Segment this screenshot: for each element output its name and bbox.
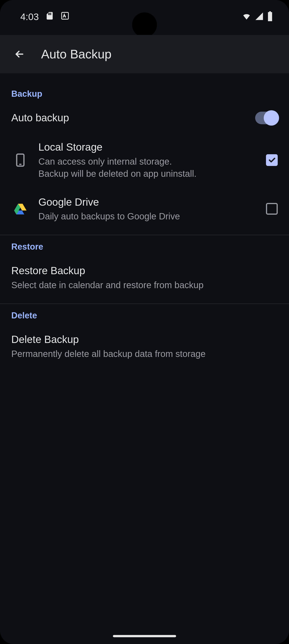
arrow-left-icon (14, 48, 25, 60)
section-header-backup: Backup (0, 82, 289, 103)
local-storage-sub: Can access only internal storage. Backup… (38, 155, 257, 180)
auto-backup-row[interactable]: Auto backup (0, 103, 289, 132)
sd-card-icon (45, 11, 54, 22)
status-right (242, 11, 273, 24)
local-storage-checkbox[interactable] (266, 154, 278, 166)
restore-backup-title: Restore Backup (11, 264, 278, 278)
language-icon (61, 11, 70, 22)
delete-backup-sub: Permanently delete all backup data from … (11, 348, 278, 360)
status-time: 4:03 (20, 12, 39, 22)
auto-backup-label: Auto backup (11, 111, 246, 125)
content: Backup Auto backup Local Storage Can acc… (0, 73, 289, 644)
delete-backup-title: Delete Backup (11, 333, 278, 346)
switch-thumb (264, 110, 279, 126)
battery-full-icon (267, 11, 273, 24)
cell-signal-icon (255, 12, 264, 23)
app-bar: Auto Backup (0, 35, 289, 73)
local-storage-row[interactable]: Local Storage Can access only internal s… (0, 132, 289, 188)
check-icon (268, 156, 276, 164)
back-button[interactable] (11, 46, 28, 62)
status-left: 4:03 (20, 11, 70, 22)
local-storage-title: Local Storage (38, 140, 257, 154)
page-title: Auto Backup (41, 47, 112, 61)
screen: 4:03 Auto Backup (0, 0, 289, 644)
google-drive-checkbox[interactable] (266, 203, 278, 215)
section-header-delete: Delete (0, 304, 289, 325)
delete-backup-row[interactable]: Delete Backup Permanently delete all bac… (0, 325, 289, 368)
camera-cutout (132, 12, 157, 37)
phone-icon (11, 151, 29, 169)
google-drive-row[interactable]: Google Drive Daily auto backups to Googl… (0, 188, 289, 230)
wifi-icon (242, 11, 251, 24)
home-indicator[interactable] (113, 635, 176, 637)
section-header-restore: Restore (0, 235, 289, 256)
auto-backup-switch[interactable] (255, 112, 278, 124)
google-drive-sub: Daily auto backups to Google Drive (38, 210, 257, 222)
restore-backup-sub: Select date in calendar and restore from… (11, 279, 278, 291)
restore-backup-row[interactable]: Restore Backup Select date in calendar a… (0, 256, 289, 299)
google-drive-icon (11, 200, 29, 218)
google-drive-title: Google Drive (38, 196, 257, 209)
